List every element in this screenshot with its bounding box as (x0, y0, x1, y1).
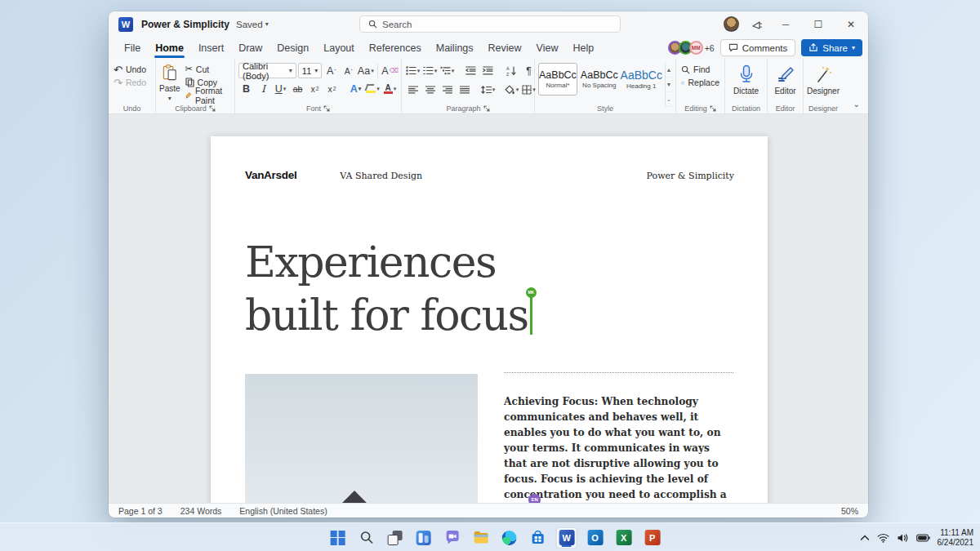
shrink-font-button[interactable]: Aˇ (341, 63, 356, 78)
tab-file[interactable]: File (117, 37, 148, 59)
word-app-icon[interactable]: W (118, 17, 133, 32)
page-indicator[interactable]: Page 1 of 3 (118, 506, 163, 516)
collapse-ribbon-icon[interactable]: ⌄ (853, 100, 860, 109)
cut-button[interactable]: ✂ Cut (184, 63, 231, 75)
font-dialog-launcher-icon[interactable] (323, 105, 330, 112)
sort-button[interactable]: AZ (504, 63, 519, 78)
zoom-level[interactable]: 50% (841, 506, 858, 516)
style-no-spacing[interactable]: AaBbCc No Spacing (581, 63, 618, 96)
excel-button[interactable]: X (614, 528, 634, 548)
style-gallery-down-button[interactable]: ▼ (666, 78, 672, 92)
grow-font-button[interactable]: Aˆ (323, 63, 339, 78)
font-size-select[interactable]: 11▾ (298, 63, 322, 78)
replace-button[interactable]: bc Replace (679, 76, 721, 89)
style-normal[interactable]: AaBbCc Normal* (538, 63, 577, 96)
strikethrough-button[interactable]: ab (290, 81, 305, 96)
bullets-button[interactable]: ▾ (405, 63, 421, 78)
wifi-icon[interactable] (877, 533, 889, 543)
tab-design[interactable]: Design (270, 37, 316, 59)
collaborator-avatar-mm[interactable]: MM (689, 41, 703, 55)
widgets-button[interactable] (414, 528, 434, 548)
document-text-column[interactable]: Achieving Focus: When technology communi… (504, 372, 733, 503)
align-right-button[interactable] (439, 82, 455, 97)
store-button[interactable] (528, 528, 548, 548)
outlook-button[interactable]: O (586, 528, 605, 548)
undo-button[interactable]: ↶ Undo (112, 63, 152, 76)
line-spacing-icon (481, 86, 492, 94)
present-icon[interactable] (751, 19, 764, 30)
close-button[interactable]: ✕ (840, 15, 862, 34)
language-indicator[interactable]: English (United States) (239, 506, 327, 516)
bold-button[interactable]: B (238, 81, 254, 96)
clear-formatting-button[interactable]: A⌫ (382, 63, 398, 78)
powerpoint-button[interactable]: P (643, 528, 662, 548)
file-explorer-button[interactable] (471, 528, 491, 548)
underline-button[interactable]: U▾ (273, 81, 288, 96)
paragraph-dialog-launcher-icon[interactable] (483, 105, 490, 112)
tab-draw[interactable]: Draw (231, 37, 270, 59)
tab-help[interactable]: Help (565, 37, 601, 59)
maximize-button[interactable]: ☐ (808, 15, 829, 34)
search-input[interactable]: Search (359, 16, 621, 33)
text-highlight-button[interactable]: ▾ (365, 81, 381, 96)
superscript-button[interactable]: x2 (324, 81, 340, 96)
line-spacing-button[interactable]: ▾ (480, 82, 496, 97)
tab-references[interactable]: References (362, 37, 429, 59)
dictate-button[interactable]: Dictate (728, 63, 764, 102)
share-button[interactable]: Share ▾ (801, 39, 862, 56)
task-view-button[interactable] (385, 528, 405, 548)
increase-indent-button[interactable] (480, 63, 496, 78)
shading-button[interactable]: ▾ (504, 82, 519, 97)
collaborator-overflow-count[interactable]: +6 (705, 43, 715, 53)
tab-insert[interactable]: Insert (191, 37, 231, 59)
volume-icon[interactable] (897, 533, 909, 543)
justify-button[interactable] (457, 82, 472, 97)
body-paragraph[interactable]: Achieving Focus: When technology communi… (504, 394, 733, 503)
word-taskbar-button[interactable]: W (557, 528, 577, 548)
change-case-button[interactable]: Aa▾ (358, 63, 373, 78)
tab-layout[interactable]: Layout (316, 37, 362, 59)
tab-home[interactable]: Home (148, 37, 191, 59)
tab-mailings[interactable]: Mailings (429, 37, 481, 59)
editor-button[interactable]: Editor (771, 63, 800, 102)
italic-button[interactable]: I (256, 81, 271, 96)
redo-button[interactable]: ↷ Redo (112, 76, 152, 89)
designer-button[interactable]: Designer (807, 63, 840, 102)
editing-dialog-launcher-icon[interactable] (710, 105, 716, 112)
save-status[interactable]: Saved ▾ (236, 20, 269, 29)
font-color-button[interactable]: A ▾ (382, 81, 398, 96)
chevron-down-icon: ▾ (371, 68, 374, 73)
comments-button[interactable]: Comments (720, 39, 796, 56)
decrease-indent-button[interactable] (463, 63, 479, 78)
format-painter-button[interactable]: Format Paint (184, 89, 231, 102)
document-heading[interactable]: Experiences built for focusMK (245, 236, 532, 342)
start-button[interactable] (328, 528, 348, 548)
find-button[interactable]: Find (679, 63, 721, 76)
show-hidden-icons-chevron[interactable] (860, 535, 870, 541)
taskbar-search-button[interactable] (357, 528, 376, 548)
numbering-button[interactable]: ▾ (422, 63, 438, 78)
edge-button[interactable] (500, 528, 519, 548)
style-heading-1[interactable]: AaBbCc Heading 1 (621, 63, 662, 96)
text-effects-button[interactable]: A▾ (348, 81, 363, 96)
tab-view[interactable]: View (529, 37, 566, 59)
minimize-button[interactable]: ─ (775, 15, 796, 34)
battery-icon[interactable] (916, 534, 930, 542)
page-header: VanArsdel VA Shared Design Power & Simpl… (245, 169, 734, 181)
user-avatar[interactable] (724, 16, 739, 32)
word-count[interactable]: 234 Words (180, 506, 222, 516)
align-center-button[interactable] (422, 82, 438, 97)
subscript-button[interactable]: x2 (307, 81, 323, 96)
style-gallery-up-button[interactable]: ▲ (666, 63, 672, 78)
tab-review[interactable]: Review (481, 37, 529, 59)
clipboard-dialog-launcher-icon[interactable] (209, 105, 216, 112)
chat-button[interactable] (443, 528, 462, 548)
document-canvas[interactable]: VanArsdel VA Shared Design Power & Simpl… (109, 114, 868, 503)
multilevel-list-button[interactable]: ▾ (439, 63, 455, 78)
font-name-select[interactable]: Calibri (Body)▾ (238, 63, 296, 78)
clock[interactable]: 11:11 AM 6/24/2021 (938, 528, 974, 547)
align-left-button[interactable] (405, 82, 421, 97)
paste-button[interactable]: Paste ▾ (159, 63, 180, 102)
document-image[interactable] (245, 374, 478, 503)
document-page[interactable]: VanArsdel VA Shared Design Power & Simpl… (211, 136, 768, 503)
